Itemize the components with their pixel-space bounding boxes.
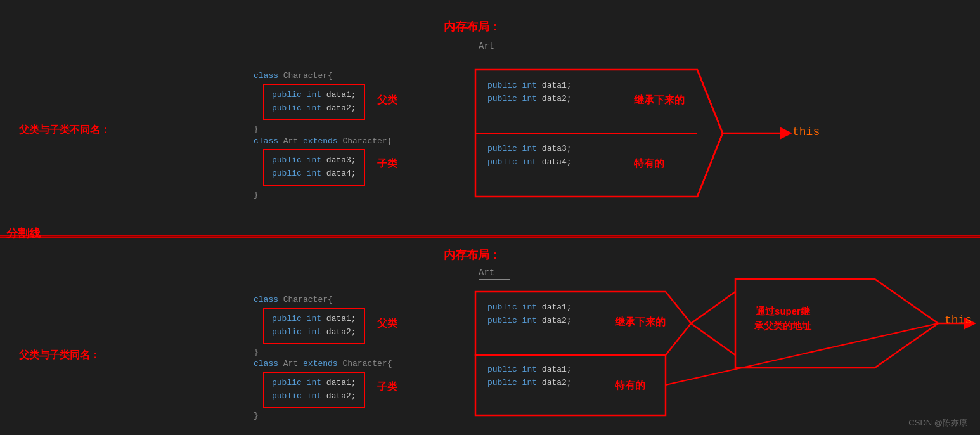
top-child-red-box: public int data3; public int data4; <box>263 149 365 186</box>
top-memory-inherited: public int data1; public int data2; <box>479 73 631 112</box>
bottom-left-label: 父类与子类同名： <box>19 349 100 362</box>
svg-line-3 <box>697 133 723 197</box>
svg-marker-5 <box>780 127 792 140</box>
top-parent-line2: public int data2; <box>272 102 356 115</box>
bot-child-line1: public int data1; <box>272 377 356 390</box>
top-parent-line1: public int data1; <box>272 89 356 102</box>
bot-parent-line2: public int data2; <box>272 326 356 339</box>
top-child-code-line1: class Art extends Character{ <box>254 136 392 146</box>
bot-mem-line2: public int data2; <box>487 315 609 328</box>
top-section-title: 内存布局： <box>444 19 501 34</box>
top-this-label: this <box>792 126 820 138</box>
bot-parent-line1: public int data1; <box>272 313 356 326</box>
top-inherited-label: 继承下来的 <box>634 94 685 107</box>
top-mem-line2: public int data2; <box>487 93 622 106</box>
bot-mem-line1: public int data1; <box>487 301 609 315</box>
classname-1: Character{ <box>283 71 333 81</box>
bot-child-line2: public int data2; <box>272 390 356 403</box>
top-mem-line1: public int data1; <box>487 79 622 93</box>
main-container: 内存布局： Art 父类与子类不同名： class Character{ pub… <box>0 0 980 435</box>
divider-label: 分割线 <box>6 226 41 241</box>
divider-line <box>0 235 980 238</box>
bottom-memory-inherited: public int data1; public int data2; <box>479 295 618 334</box>
top-child-line2: public int data4; <box>272 167 356 181</box>
watermark: CSDN @陈亦康 <box>908 417 967 429</box>
kw-class-1: class <box>254 71 283 81</box>
top-parent-close: } <box>254 124 259 134</box>
top-mem-line4: public int data4; <box>487 156 622 169</box>
bottom-child-close: } <box>254 411 259 420</box>
bottom-child-label: 子类 <box>377 380 397 394</box>
bot-mem-line4: public int data2; <box>487 377 609 390</box>
top-left-label: 父类与子类不同名： <box>19 124 110 137</box>
bottom-parent-red-box: public int data1; public int data2; <box>263 308 365 344</box>
top-child-label: 子类 <box>377 157 397 171</box>
top-child-close: } <box>254 190 259 200</box>
bottom-inherited-label: 继承下来的 <box>615 316 666 329</box>
svg-line-9 <box>691 323 735 355</box>
bottom-child-red-box: public int data1; public int data2; <box>263 372 365 408</box>
top-memory-own: public int data3; public int data4; <box>479 136 631 176</box>
bottom-own-label: 特有的 <box>615 379 645 393</box>
bottom-father-label: 父类 <box>377 317 397 330</box>
top-child-line1: public int data3; <box>272 154 356 167</box>
top-father-label: 父类 <box>377 94 397 107</box>
top-parent-code-line1: class Character{ <box>254 71 333 81</box>
bottom-section-title: 内存布局： <box>444 247 501 263</box>
top-own-label: 特有的 <box>634 157 664 171</box>
kw-class-2: class <box>254 136 283 146</box>
top-parent-red-box: public int data1; public int data2; <box>263 84 365 120</box>
bottom-this-label: this <box>945 314 972 327</box>
bottom-memory-own: public int data1; public int data2; <box>479 357 618 396</box>
bottom-child-code-line1: class Art extends Character{ <box>254 359 392 368</box>
bottom-parent-close: } <box>254 347 259 357</box>
bottom-super-label: 通过super继承父类的地址 <box>754 304 811 333</box>
top-art-label: Art <box>479 41 510 53</box>
bot-mem-line3: public int data1; <box>487 363 609 377</box>
bottom-art-label: Art <box>479 268 510 280</box>
svg-line-8 <box>691 292 735 323</box>
svg-line-2 <box>697 70 723 133</box>
bottom-parent-code-line1: class Character{ <box>254 295 333 304</box>
top-mem-line3: public int data3; <box>487 143 622 156</box>
